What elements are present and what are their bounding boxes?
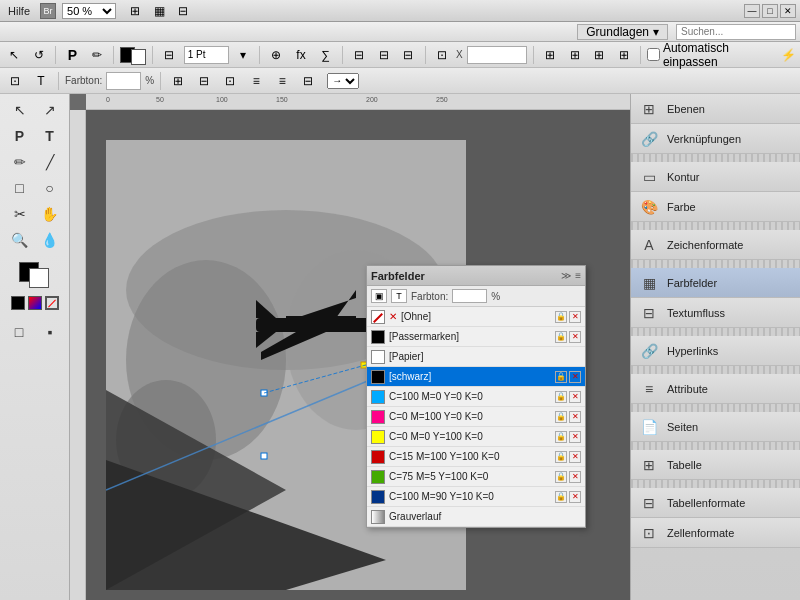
swatch-row-c0m0y100k0[interactable]: C=0 M=0 Y=100 K=0 🔒✕ <box>367 427 585 447</box>
swatch-label: [schwarz] <box>389 371 551 382</box>
zoom-tool[interactable]: 🔍 <box>6 228 34 252</box>
formula-icon[interactable]: ∑ <box>315 45 336 65</box>
canvas-area: 0 50 100 150 200 250 <box>70 94 630 600</box>
swatch-row-grauverlauf[interactable]: Grauverlauf <box>367 507 585 527</box>
type-tool[interactable]: T <box>36 124 64 148</box>
panel-icon-farbfelder: ▦ <box>639 273 659 293</box>
swatch-row-ohne[interactable]: ✕ [Ohne] 🔒✕ <box>367 307 585 327</box>
zoom-select[interactable]: 50 % 25 % 75 % 100 % <box>62 3 116 19</box>
layout-btn4[interactable]: ⊞ <box>613 45 634 65</box>
swatch-row-c75m5y100k0[interactable]: C=75 M=5 Y=100 K=0 🔒✕ <box>367 467 585 487</box>
tb2-icon4[interactable]: ≡ <box>271 71 293 91</box>
swatch-row-passermarken[interactable]: [Passermarken] 🔒✕ <box>367 327 585 347</box>
hand-tool[interactable]: ✋ <box>36 202 64 226</box>
direct-select-tool[interactable]: ↗ <box>36 98 64 122</box>
pencil-tool[interactable]: ✏ <box>87 45 108 65</box>
arrow-tool[interactable]: ↖ <box>6 98 34 122</box>
tb2-icon3[interactable]: ≡ <box>245 71 267 91</box>
maximize-btn[interactable]: □ <box>762 4 778 18</box>
stroke-icon: ⊟ <box>159 45 180 65</box>
ctrl-icon-stroke[interactable]: T <box>391 289 407 303</box>
stroke-color[interactable] <box>131 49 146 65</box>
view-mode-btn2[interactable]: ▦ <box>148 1 170 21</box>
swatch-row-c100m0y0k0[interactable]: C=100 M=0 Y=0 K=0 🔒✕ <box>367 387 585 407</box>
ctrl-icon-fill[interactable]: ▣ <box>371 289 387 303</box>
panel-icon-verknupfungen: 🔗 <box>639 129 659 149</box>
fx-icon[interactable]: fx <box>291 45 312 65</box>
auto-fit-checkbox[interactable] <box>647 48 660 61</box>
arrow-type-select[interactable]: → <box>327 73 359 89</box>
view-mode-btn1[interactable]: ⊞ <box>124 1 146 21</box>
snap-tool[interactable]: ⊕ <box>266 45 287 65</box>
panel-item-attribute[interactable]: ≡ Attribute <box>631 374 800 404</box>
rotate-tool[interactable]: ↺ <box>29 45 50 65</box>
panel-item-tabelle[interactable]: ⊞ Tabelle <box>631 450 800 480</box>
select-tool[interactable]: ↖ <box>4 45 25 65</box>
workspace-menu[interactable]: Grundlagen ▾ <box>577 24 668 40</box>
stroke-dropdown[interactable]: ▾ <box>233 45 254 65</box>
fill-none-btn[interactable] <box>11 296 25 310</box>
panel-label-farbfelder: Farbfelder <box>667 277 792 289</box>
close-btn[interactable]: ✕ <box>780 4 796 18</box>
farbton-input[interactable]: 100 <box>106 72 141 90</box>
x-value-input[interactable]: 4,233 mm <box>467 46 527 64</box>
swatch-row-schwarz[interactable]: [schwarz] 🔒✕ <box>367 367 585 387</box>
view-mode-btn3[interactable]: ⊟ <box>172 1 194 21</box>
type-tool[interactable]: P <box>62 45 83 65</box>
panel-item-textumfluss[interactable]: ⊟ Textumfluss <box>631 298 800 328</box>
swatch-row-papier[interactable]: [Papier] <box>367 347 585 367</box>
tb2-btn2[interactable]: ⊟ <box>193 71 215 91</box>
tb2-btn1[interactable]: ⊞ <box>167 71 189 91</box>
pen-tool[interactable]: P <box>6 124 34 148</box>
line-tool[interactable]: ╱ <box>36 150 64 174</box>
panel-item-verknupfungen[interactable]: 🔗 Verknüpfungen <box>631 124 800 154</box>
stroke-width-input[interactable] <box>184 46 229 64</box>
tb2-icon1[interactable]: ⊡ <box>4 71 26 91</box>
eye-drop-tool[interactable]: 💧 <box>36 228 64 252</box>
tb2-icon2[interactable]: T <box>30 71 52 91</box>
panel-expand-btn[interactable]: ≫ <box>561 270 571 281</box>
swatch-row-c15m100y100k0[interactable]: C=15 M=100 Y=100 K=0 🔒✕ <box>367 447 585 467</box>
scissors-tool[interactable]: ✂ <box>6 202 34 226</box>
hilfe-menu[interactable]: Hilfe <box>4 5 34 17</box>
panel-item-zeichenformate[interactable]: A Zeichenformate <box>631 230 800 260</box>
layout-btn2[interactable]: ⊞ <box>564 45 585 65</box>
preview-view-btn[interactable]: ▪ <box>36 320 64 344</box>
tb2-icon5[interactable]: ⊟ <box>297 71 319 91</box>
panel-item-tabellenformate[interactable]: ⊟ Tabellenformate <box>631 488 800 518</box>
normal-view-btn[interactable]: □ <box>5 320 33 344</box>
swatch-icon-lock: 🔒 <box>555 411 567 423</box>
ruler-tick-200: 200 <box>366 96 378 103</box>
quick-action-btn[interactable]: ⚡ <box>781 48 796 62</box>
gradient-btn[interactable] <box>28 296 42 310</box>
minimize-btn[interactable]: — <box>744 4 760 18</box>
panel-item-ebenen[interactable]: ⊞ Ebenen <box>631 94 800 124</box>
ellipse-tool[interactable]: ○ <box>36 176 64 200</box>
arrow-select[interactable]: → <box>327 73 359 89</box>
align-left[interactable]: ⊟ <box>349 45 370 65</box>
swatch-row-c0m100y0k0[interactable]: C=0 M=100 Y=0 K=0 🔒✕ <box>367 407 585 427</box>
layout-btn3[interactable]: ⊞ <box>589 45 610 65</box>
search-input[interactable] <box>676 24 796 40</box>
menu-bar: Grundlagen ▾ <box>0 22 800 42</box>
panel-item-farbfelder[interactable]: ▦ Farbfelder <box>631 268 800 298</box>
panel-item-seiten[interactable]: 📄 Seiten <box>631 412 800 442</box>
stroke-box[interactable] <box>29 268 49 288</box>
panel-menu-btn[interactable]: ≡ <box>575 270 581 281</box>
align-center[interactable]: ⊟ <box>373 45 394 65</box>
swatch-icon-x: ✕ <box>569 391 581 403</box>
rect-tool[interactable]: □ <box>6 176 34 200</box>
farbton-ctrl-input[interactable]: 100 <box>452 289 487 303</box>
swatch-action-icons: 🔒✕ <box>555 411 581 423</box>
tb2-btn3[interactable]: ⊡ <box>219 71 241 91</box>
none-btn[interactable] <box>45 296 59 310</box>
swatch-row-c100m90y10k0[interactable]: C=100 M=90 Y=10 K=0 🔒✕ <box>367 487 585 507</box>
panel-item-zellenformate[interactable]: ⊡ Zellenformate <box>631 518 800 548</box>
layout-btn1[interactable]: ⊞ <box>540 45 561 65</box>
pencil-draw-tool[interactable]: ✏ <box>6 150 34 174</box>
panel-item-farbe[interactable]: 🎨 Farbe <box>631 192 800 222</box>
ruler-tick-100: 100 <box>216 96 228 103</box>
panel-item-hyperlinks[interactable]: 🔗 Hyperlinks <box>631 336 800 366</box>
align-right[interactable]: ⊟ <box>398 45 419 65</box>
panel-item-kontur[interactable]: ▭ Kontur <box>631 162 800 192</box>
